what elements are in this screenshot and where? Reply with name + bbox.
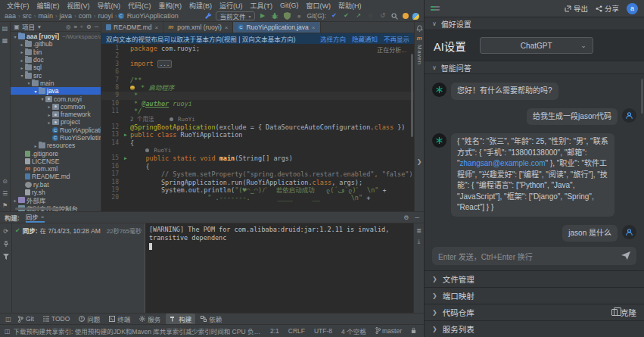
code-line[interactable]: 1package com.ruoyi; xyxy=(101,45,414,52)
code-line[interactable]: 12@SpringBootApplication(exclude = { Dat… xyxy=(101,123,414,131)
tree-item[interactable]: .gitignore xyxy=(11,149,101,157)
tool-window-button-problems[interactable]: 问题 xyxy=(75,314,104,324)
tool-window-button-build[interactable]: 构建 xyxy=(166,314,195,324)
pin-icon[interactable] xyxy=(2,240,10,248)
gear-icon[interactable]: ⚙ xyxy=(86,23,92,30)
close-icon[interactable]: × xyxy=(155,24,159,31)
code-line[interactable]: 19 System.out.println("(♥◠‿◠)ﾉﾞ 若依启动成功 ლ… xyxy=(101,186,414,194)
git-update-button[interactable]: ✔ xyxy=(330,12,338,20)
code-line[interactable]: 14{ xyxy=(101,139,414,147)
close-icon[interactable]: × xyxy=(225,24,229,31)
chat-input[interactable]: Enter 发送，Ctrl+Enter 换行 xyxy=(432,247,636,265)
menu-item[interactable]: 运行(U) xyxy=(216,1,247,11)
sliders-icon[interactable] xyxy=(431,6,440,11)
code-line[interactable]: 7/** xyxy=(101,76,414,84)
menu-item[interactable]: 代码(C) xyxy=(124,1,155,11)
breadcrumb-item[interactable]: RuoYiApplication xyxy=(126,12,180,20)
filter-icon[interactable] xyxy=(2,253,10,261)
banner-action-dismiss[interactable]: 不再显示 xyxy=(384,34,409,43)
code-line[interactable]: 16 { xyxy=(101,163,414,170)
tree-item[interactable]: ry.bat xyxy=(11,181,101,189)
maven-stripe-icon[interactable]: m xyxy=(416,35,422,42)
soft-wrap-icon[interactable]: ≣ xyxy=(415,226,423,234)
code-line[interactable]: 13▶public class RuoYiApplication xyxy=(101,131,414,139)
tool-window-switcher-icon[interactable]: ◫ xyxy=(5,315,12,323)
clone-button[interactable]: 克隆 xyxy=(611,307,636,318)
banner-action-hide[interactable]: 隐藏通知 xyxy=(352,34,378,43)
stop-button[interactable]: ■ xyxy=(295,12,303,20)
inlay-hint[interactable]: 2 个用法 RuoYi xyxy=(130,116,414,123)
preferences-section-header[interactable]: ∨ 偏好设置 xyxy=(425,17,644,30)
maven-stripe-label[interactable]: Maven xyxy=(416,45,423,65)
model-select[interactable]: ChatGPT ⌄ xyxy=(480,37,593,54)
run-gutter-icon[interactable]: ▶ xyxy=(121,131,130,139)
setup-sdk-icon[interactable] xyxy=(204,12,212,20)
share-button[interactable]: 分享 xyxy=(596,3,619,14)
qa-section-header[interactable]: ∨ 智能问答 xyxy=(425,61,644,74)
collapse-all-icon[interactable]: ÷ xyxy=(80,23,83,30)
tree-item[interactable]: ▾src xyxy=(11,71,101,79)
code-line[interactable]: 6 xyxy=(101,68,414,76)
stripe-chevron-icon[interactable]: ❯ xyxy=(417,158,422,165)
tree-item[interactable]: ▸bin xyxy=(11,48,101,56)
tree-toggle-icon[interactable]: ▸ xyxy=(19,49,25,55)
run-button[interactable]: ▶ xyxy=(259,12,267,20)
resync-icon[interactable]: ⟳ xyxy=(2,227,10,235)
git-commit-button[interactable]: ✔ xyxy=(342,12,350,20)
code-line[interactable]: 10 * @author ruoyi xyxy=(101,100,414,108)
tree-item[interactable]: ▸外部库 xyxy=(11,196,101,204)
tree-toggle-icon[interactable]: ▸ xyxy=(46,112,52,117)
ai-section-代码仓库[interactable]: ❯代码仓库克隆 xyxy=(425,304,644,320)
breadcrumb-item[interactable]: aaa xyxy=(3,12,17,20)
code-line[interactable]: 15▶ public static void main(String[] arg… xyxy=(101,154,414,162)
tree-item[interactable]: ▸project xyxy=(11,118,101,126)
user-avatar[interactable]: a xyxy=(627,3,638,14)
tree-toggle-icon[interactable]: ▸ xyxy=(19,42,25,47)
hide-panel-icon[interactable]: ─ xyxy=(415,214,419,221)
editor-tab[interactable]: README.md× xyxy=(101,22,163,33)
menu-item[interactable]: 文件(F) xyxy=(3,1,33,11)
tree-item[interactable]: ▸doc xyxy=(11,56,101,64)
build-tab-sync[interactable]: 同步 × xyxy=(26,212,45,223)
tree-item[interactable]: ▸framework xyxy=(11,111,101,118)
ai-section-端口映射[interactable]: ❯端口映射 xyxy=(425,287,644,304)
tool-window-button-git[interactable]: Git xyxy=(14,314,38,323)
breadcrumb-item[interactable]: src xyxy=(21,12,33,20)
tree-toggle-icon[interactable]: ▾ xyxy=(33,89,39,94)
tree-item[interactable]: ▸.github xyxy=(11,40,101,48)
chat-bubble[interactable]: 给我生成一段jason代码 xyxy=(527,108,618,126)
coverage-button[interactable] xyxy=(283,12,291,20)
tool-window-button-terminal[interactable]: 终端 xyxy=(105,314,134,324)
structure-stripe-icon[interactable]: ☰ xyxy=(2,189,9,197)
code-line[interactable]: 8 * 启动程序 xyxy=(101,84,414,92)
tree-item[interactable]: ▾aaa [ruoyi]~/Workspace/aaa xyxy=(11,33,101,40)
chevron-down-icon[interactable]: ▾ xyxy=(38,23,41,30)
menu-item[interactable]: 帮助(H) xyxy=(334,1,366,11)
search-everywhere-icon[interactable] xyxy=(390,12,399,20)
codewithme-icon[interactable] xyxy=(403,13,409,19)
tree-item[interactable]: README.md xyxy=(11,173,101,180)
code-line[interactable]: 18 SpringApplication.run(RuoYiApplicatio… xyxy=(101,179,414,186)
scroll-to-end-icon[interactable]: ⤓ xyxy=(415,238,423,245)
breadcrumb-item[interactable]: com xyxy=(77,12,93,20)
tree-horizontal-scrollbar[interactable] xyxy=(15,208,61,210)
code-line[interactable]: 9 * xyxy=(101,92,414,99)
line-ending[interactable]: CRLF xyxy=(285,327,308,335)
menu-item[interactable]: 导航(N) xyxy=(94,1,125,11)
tree-item[interactable]: mpom.xml xyxy=(11,165,101,173)
menu-item[interactable]: 视图(V) xyxy=(64,1,94,11)
project-stripe-icon[interactable]: ▤ xyxy=(2,24,9,32)
plugin-icon[interactable] xyxy=(412,13,419,20)
chat-history[interactable]: 您好！有什么需要帮助的吗?给我生成一段jason代码{ "姓名": "张三", … xyxy=(425,74,644,242)
breadcrumb-item[interactable]: ruoyi xyxy=(96,12,114,20)
tree-item[interactable]: ▸sql xyxy=(11,64,101,71)
ai-section-服务列表[interactable]: ❯服务列表 xyxy=(425,320,644,337)
tool-window-button-todo[interactable]: TODO xyxy=(39,314,73,323)
tree-item[interactable]: ▾com.ruoyi xyxy=(11,95,101,102)
tree-toggle-icon[interactable]: ▸ xyxy=(33,143,39,148)
code-view[interactable]: 1package com.ruoyi;23import ...67/**8 * … xyxy=(101,44,414,211)
editor-tab[interactable]: mpom.xml (ruoyi)× xyxy=(163,22,233,33)
git-rollback-button[interactable]: ↺ xyxy=(378,12,387,20)
expand-all-icon[interactable]: ≡ xyxy=(73,23,76,30)
tool-window-button-deps[interactable]: 依赖 xyxy=(197,314,226,324)
